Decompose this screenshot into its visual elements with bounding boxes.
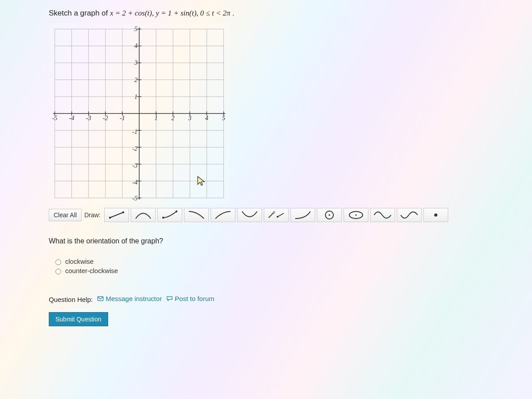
- x-tick-n4: -4: [69, 114, 74, 121]
- tool-curve-falling-convex[interactable]: [184, 208, 209, 222]
- svg-point-47: [273, 211, 275, 213]
- y-tick-5: 5: [134, 25, 137, 32]
- tool-sine-positive[interactable]: [370, 208, 395, 222]
- question-prompt: Sketch a graph of x = 2 + cos(t), y = 1 …: [49, 9, 483, 18]
- question-help-row: Question Help: Message instructor Post t…: [49, 295, 483, 303]
- message-instructor-link[interactable]: Message instructor: [97, 295, 162, 302]
- x-tick-n2: -2: [103, 114, 108, 121]
- tool-curve-concave-up-right[interactable]: [290, 208, 315, 222]
- y-tick-n3: -3: [132, 162, 137, 169]
- tool-circle-centered[interactable]: [317, 208, 342, 222]
- y-tick-n5: -5: [132, 195, 137, 202]
- question-help-label: Question Help:: [49, 296, 93, 303]
- tool-point[interactable]: [423, 208, 448, 222]
- radio-counter-clockwise[interactable]: [55, 269, 61, 274]
- orientation-options: clockwise counter-clockwise: [53, 258, 483, 274]
- submit-question-button[interactable]: Submit Question: [49, 312, 108, 326]
- x-tick-n1: -1: [120, 114, 125, 121]
- y-tick-4: 4: [134, 42, 137, 49]
- coordinate-grid: 5 4 3 2 1 -1 -2 -3 -4 -5 -5 -4 -3 -2 -1 …: [51, 25, 228, 202]
- post-to-forum-link[interactable]: Post to forum: [166, 295, 214, 302]
- y-tick-n4: -4: [132, 179, 137, 186]
- svg-point-46: [176, 211, 177, 212]
- option-counter-clockwise-label: counter-clockwise: [65, 267, 118, 274]
- tool-quad-down[interactable]: [237, 208, 262, 222]
- y-tick-n2: -2: [132, 145, 137, 152]
- x-tick-4: 4: [205, 114, 208, 121]
- graph-canvas[interactable]: 5 4 3 2 1 -1 -2 -3 -4 -5 -5 -4 -3 -2 -1 …: [49, 23, 230, 205]
- tool-curve-rising-concave[interactable]: [211, 208, 235, 222]
- prompt-trail: .: [232, 9, 235, 17]
- tool-quad-up[interactable]: [131, 208, 156, 222]
- option-clockwise[interactable]: clockwise: [53, 258, 483, 265]
- tool-sine-negative[interactable]: [397, 208, 422, 222]
- radio-clockwise[interactable]: [55, 259, 61, 265]
- svg-point-50: [329, 214, 330, 216]
- svg-line-43: [110, 212, 123, 218]
- draw-label: Draw:: [84, 211, 101, 219]
- tool-ellipse[interactable]: [344, 208, 368, 222]
- svg-point-44: [122, 211, 124, 213]
- x-tick-3: 3: [188, 114, 192, 121]
- option-counter-clockwise[interactable]: counter-clockwise: [53, 267, 483, 274]
- orientation-question: What is the orientation of the graph?: [49, 237, 483, 245]
- prompt-equation: x = 2 + cos(t), y = 1 + sin(t), 0 ≤ t < …: [110, 9, 232, 17]
- x-tick-5: 5: [222, 114, 225, 121]
- tool-line-segment[interactable]: [104, 208, 129, 222]
- x-tick-n3: -3: [86, 114, 91, 121]
- y-tick-3: 3: [134, 59, 137, 66]
- svg-point-52: [355, 214, 356, 215]
- post-to-forum-label: Post to forum: [175, 295, 214, 302]
- option-clockwise-label: clockwise: [65, 258, 94, 265]
- svg-point-53: [434, 214, 437, 217]
- draw-toolbar: Clear All Draw:: [49, 208, 483, 222]
- x-tick-n5: -5: [52, 114, 58, 121]
- y-tick-2: 2: [134, 76, 137, 83]
- prompt-lead: Sketch a graph of: [49, 9, 110, 17]
- mail-icon: [97, 295, 104, 302]
- y-tick-1: 1: [134, 93, 137, 100]
- tool-piecewise[interactable]: [264, 208, 289, 222]
- message-instructor-label: Message instructor: [106, 295, 162, 302]
- tool-curve-rising[interactable]: [157, 208, 182, 222]
- chat-icon: [166, 295, 173, 302]
- y-tick-n1: -1: [132, 128, 137, 135]
- x-tick-2: 2: [172, 114, 175, 121]
- clear-all-button[interactable]: Clear All: [49, 209, 82, 221]
- x-tick-1: 1: [155, 114, 158, 121]
